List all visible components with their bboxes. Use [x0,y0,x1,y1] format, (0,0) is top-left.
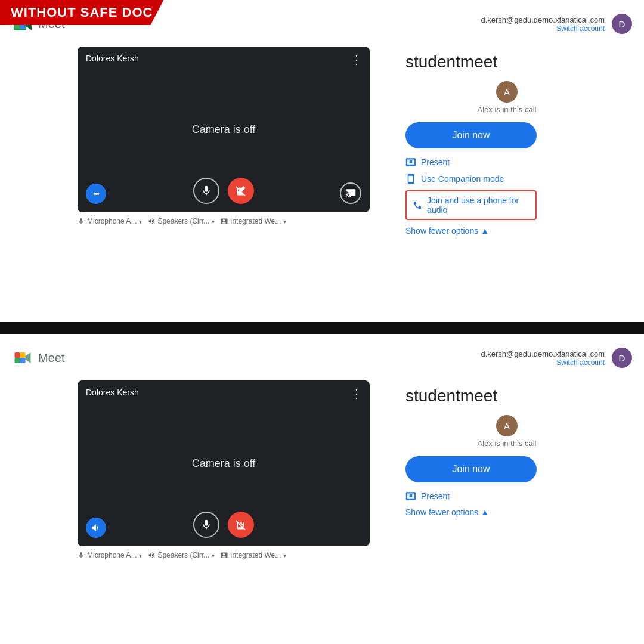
video-panel-top: Dolores Kersh ⋮ Camera is off ••• [78,47,370,225]
switch-account-top[interactable]: Switch account [481,24,605,33]
mic-device-top[interactable]: Microphone A... ▾ [78,217,142,225]
show-fewer-btn-top[interactable]: Show fewer options ▲ [405,226,608,236]
companion-mode-link-top[interactable]: Use Companion mode [405,174,608,184]
avatar-bottom[interactable]: D [612,348,632,368]
svg-rect-16 [20,358,26,363]
mic-btn-top[interactable] [193,178,219,204]
mic-device-bottom[interactable]: Microphone A... ▾ [78,551,142,559]
video-menu-bottom[interactable]: ⋮ [351,386,363,401]
join-now-btn-bottom[interactable]: Join now [405,456,537,482]
device-bar-top: Microphone A... ▾ Speakers (Cirr... ▾ In… [78,217,370,225]
present-link-top[interactable]: Present [405,157,608,168]
header-right-top: d.kersh@gedu.demo.xfanatical.com Switch … [481,14,632,34]
section-without-safedoc: WITHOUT SAFE DOC Meet [0,0,644,322]
video-controls-top [78,178,370,204]
speaker-device-bottom[interactable]: Speakers (Cirr... ▾ [148,551,215,559]
svg-rect-13 [15,352,20,358]
switch-account-bottom[interactable]: Switch account [481,358,605,367]
present-link-bottom[interactable]: Present [405,491,608,501]
meet-logo-text-bottom: Meet [38,351,64,365]
camera-off-text-top: Camera is off [192,123,256,136]
camera-off-text-bottom: Camera is off [192,457,256,470]
join-now-btn-top[interactable]: Join now [405,122,537,148]
video-panel-bottom: Dolores Kersh ⋮ Camera is off [78,380,370,559]
avatar-top[interactable]: D [612,14,632,34]
participant-name-bottom: Alex is in this call [478,439,537,448]
meeting-title-top: studentmeet [405,52,608,72]
google-meet-icon-bottom [12,347,33,369]
video-participant-name-top: Dolores Kersh [86,54,139,63]
sidebar-panel-bottom: studentmeet A Alex is in this call Join … [405,380,608,517]
participant-row-bottom: A Alex is in this call [405,415,608,448]
participant-avatar-bottom: A [496,415,518,436]
header-email-bottom: d.kersh@gedu.demo.xfanatical.com Switch … [481,349,605,367]
header-email-top: d.kersh@gedu.demo.xfanatical.com Switch … [481,16,605,33]
cam-btn-top[interactable] [228,178,254,204]
camera-device-bottom[interactable]: Integrated We... ▾ [221,551,286,559]
participant-name-top: Alex is in this call [478,105,537,114]
camera-device-top[interactable]: Integrated We... ▾ [221,217,286,225]
svg-rect-12 [410,160,413,163]
phone-audio-link-top[interactable]: Join and use a phone for audio [405,190,537,220]
video-container-top: Dolores Kersh ⋮ Camera is off ••• [78,47,370,212]
video-participant-name-bottom: Dolores Kersh [86,388,139,397]
svg-marker-17 [26,352,31,363]
video-controls-bottom [78,512,370,538]
meeting-title-bottom: studentmeet [405,386,608,405]
device-bar-bottom: Microphone A... ▾ Speakers (Cirr... ▾ In… [78,551,370,559]
svg-rect-15 [15,358,20,363]
meet-logo-bottom: Meet [12,347,64,369]
header-right-bottom: d.kersh@gedu.demo.xfanatical.com Switch … [481,348,632,368]
participant-row-top: A Alex is in this call [405,81,608,114]
header-bottom: Meet d.kersh@gedu.demo.xfanatical.com Sw… [0,339,644,374]
main-content-bottom: Dolores Kersh ⋮ Camera is off [0,374,644,565]
svg-rect-14 [20,352,26,358]
mic-btn-bottom[interactable] [193,512,219,538]
show-fewer-btn-bottom[interactable]: Show fewer options ▲ [405,507,608,517]
section-with-safedoc: WITH SAFE DOC Meet d.kersh@gedu.demo.xfa… [0,334,644,644]
divider [0,322,644,334]
main-content-top: Dolores Kersh ⋮ Camera is off ••• [0,41,644,242]
video-menu-top[interactable]: ⋮ [351,52,363,67]
sidebar-panel-top: studentmeet A Alex is in this call Join … [405,47,608,236]
video-container-bottom: Dolores Kersh ⋮ Camera is off [78,380,370,546]
without-safedoc-banner: WITHOUT SAFE DOC [0,0,163,25]
participant-avatar-top: A [496,81,518,103]
cast-btn-top[interactable] [340,182,361,204]
svg-rect-18 [410,494,413,497]
cam-btn-bottom[interactable] [228,512,254,538]
speaker-device-top[interactable]: Speakers (Cirr... ▾ [148,217,215,225]
